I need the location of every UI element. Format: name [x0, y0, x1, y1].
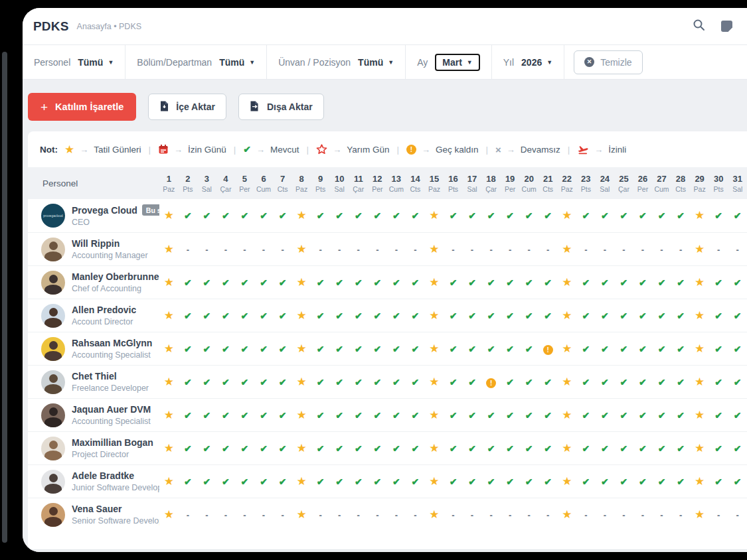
- attendance-cell-r2-d7[interactable]: -: [273, 244, 292, 255]
- attendance-cell-r1-d14[interactable]: ✔: [406, 210, 425, 222]
- attendance-cell-r9-d23[interactable]: ✔: [576, 476, 596, 488]
- attendance-cell-r6-d26[interactable]: ✔: [633, 376, 653, 388]
- attendance-cell-r9-d5[interactable]: ✔: [235, 476, 254, 488]
- attendance-cell-r3-d12[interactable]: ✔: [368, 277, 387, 289]
- attendance-cell-r10-d19[interactable]: -: [501, 509, 520, 521]
- attendance-cell-r1-d2[interactable]: ✔: [179, 210, 198, 222]
- attendance-cell-r10-d4[interactable]: -: [216, 509, 236, 521]
- attendance-cell-r8-d26[interactable]: ✔: [633, 443, 653, 455]
- person-cell[interactable]: Adele BradtkeJunior Software Develop: [28, 465, 159, 498]
- attendance-cell-r10-d15[interactable]: ★: [425, 509, 444, 521]
- attendance-cell-r7-d8[interactable]: ★: [292, 409, 311, 421]
- attendance-cell-r3-d16[interactable]: ✔: [444, 277, 463, 289]
- attendance-cell-r10-d11[interactable]: -: [349, 509, 368, 521]
- attendance-cell-r7-d15[interactable]: ★: [425, 409, 444, 421]
- attendance-cell-r1-d29[interactable]: ★: [690, 210, 709, 222]
- attendance-cell-r7-d2[interactable]: ✔: [179, 409, 198, 421]
- attendance-cell-r2-d11[interactable]: -: [349, 244, 368, 255]
- attendance-cell-r9-d24[interactable]: ✔: [596, 476, 615, 488]
- attendance-cell-r9-d31[interactable]: ✔: [728, 476, 747, 488]
- attendance-cell-r5-d23[interactable]: ✔: [576, 343, 596, 355]
- attendance-cell-r10-d7[interactable]: -: [273, 509, 292, 521]
- attendance-cell-r7-d30[interactable]: ✔: [709, 409, 728, 421]
- attendance-cell-r1-d20[interactable]: ✔: [519, 210, 539, 222]
- attendance-cell-r5-d14[interactable]: ✔: [406, 343, 425, 355]
- attendance-cell-r3-d2[interactable]: ✔: [179, 277, 198, 289]
- attendance-cell-r8-d30[interactable]: ✔: [709, 443, 728, 455]
- attendance-cell-r10-d27[interactable]: -: [652, 509, 671, 521]
- attendance-cell-r3-d25[interactable]: ✔: [614, 277, 633, 289]
- attendance-cell-r6-d7[interactable]: ✔: [273, 376, 292, 388]
- attendance-cell-r1-d26[interactable]: ✔: [633, 210, 653, 222]
- attendance-cell-r8-d12[interactable]: ✔: [368, 443, 387, 455]
- attendance-cell-r3-d23[interactable]: ✔: [576, 277, 596, 289]
- attendance-cell-r7-d23[interactable]: ✔: [576, 409, 596, 421]
- attendance-cell-r3-d24[interactable]: ✔: [596, 277, 615, 289]
- attendance-cell-r6-d23[interactable]: ✔: [576, 376, 596, 388]
- attendance-cell-r5-d6[interactable]: ✔: [254, 343, 274, 355]
- attendance-cell-r4-d17[interactable]: ✔: [463, 310, 482, 322]
- attendance-cell-r3-d11[interactable]: ✔: [349, 277, 368, 289]
- attendance-cell-r2-d17[interactable]: -: [463, 244, 482, 255]
- attendance-cell-r6-d3[interactable]: ✔: [197, 376, 216, 388]
- attendance-cell-r2-d27[interactable]: -: [652, 244, 671, 255]
- attendance-cell-r2-d8[interactable]: ★: [292, 244, 311, 255]
- attendance-cell-r8-d3[interactable]: ✔: [197, 443, 216, 455]
- attendance-cell-r7-d20[interactable]: ✔: [519, 409, 539, 421]
- attendance-cell-r4-d23[interactable]: ✔: [576, 310, 596, 322]
- person-cell[interactable]: Jaquan Auer DVMAccounting Specialist: [28, 399, 159, 431]
- attendance-cell-r10-d1[interactable]: ★: [159, 509, 179, 521]
- attendance-cell-r8-d7[interactable]: ✔: [273, 443, 292, 455]
- attendance-cell-r4-d29[interactable]: ★: [690, 310, 709, 322]
- attendance-cell-r5-d3[interactable]: ✔: [197, 343, 216, 355]
- attendance-cell-r7-d27[interactable]: ✔: [652, 409, 671, 421]
- attendance-cell-r2-d1[interactable]: ★: [159, 244, 179, 255]
- attendance-cell-r6-d31[interactable]: ✔: [728, 376, 747, 388]
- attendance-cell-r1-d10[interactable]: ✔: [330, 210, 349, 222]
- attendance-cell-r7-d21[interactable]: ✔: [539, 409, 558, 421]
- attendance-cell-r7-d5[interactable]: ✔: [235, 409, 254, 421]
- attendance-cell-r10-d2[interactable]: -: [179, 509, 198, 521]
- attendance-cell-r1-d7[interactable]: ✔: [273, 210, 292, 222]
- attendance-cell-r4-d12[interactable]: ✔: [368, 310, 387, 322]
- attendance-cell-r7-d9[interactable]: ✔: [311, 409, 330, 421]
- attendance-cell-r4-d1[interactable]: ★: [159, 310, 179, 322]
- attendance-cell-r10-d14[interactable]: -: [406, 509, 425, 521]
- attendance-cell-r8-d23[interactable]: ✔: [576, 443, 596, 455]
- attendance-cell-r2-d28[interactable]: -: [671, 244, 691, 255]
- attendance-cell-r5-d2[interactable]: ✔: [179, 343, 198, 355]
- attendance-cell-r5-d26[interactable]: ✔: [633, 343, 653, 355]
- attendance-cell-r2-d24[interactable]: -: [596, 244, 615, 255]
- attendance-cell-r1-d28[interactable]: ✔: [671, 210, 691, 222]
- filter-value-personel[interactable]: Tümü▼: [78, 57, 114, 68]
- clear-filters-button[interactable]: ✕ Temizle: [574, 50, 642, 74]
- attendance-cell-r6-d2[interactable]: ✔: [179, 376, 198, 388]
- attendance-cell-r6-d19[interactable]: ✔: [501, 376, 520, 388]
- attendance-cell-r5-d16[interactable]: ✔: [444, 343, 463, 355]
- attendance-cell-r3-d10[interactable]: ✔: [330, 277, 349, 289]
- attendance-cell-r8-d22[interactable]: ★: [558, 443, 577, 455]
- attendance-cell-r3-d7[interactable]: ✔: [273, 277, 292, 289]
- attendance-cell-r5-d22[interactable]: ★: [558, 343, 577, 355]
- attendance-cell-r9-d18[interactable]: ✔: [481, 476, 501, 488]
- attendance-cell-r1-d27[interactable]: ✔: [652, 210, 671, 222]
- attendance-cell-r3-d1[interactable]: ★: [159, 277, 179, 289]
- attendance-cell-r8-d21[interactable]: ✔: [539, 443, 558, 455]
- attendance-cell-r2-d6[interactable]: -: [254, 244, 274, 255]
- attendance-cell-r9-d17[interactable]: ✔: [463, 476, 482, 488]
- attendance-cell-r1-d24[interactable]: ✔: [596, 210, 615, 222]
- attendance-cell-r6-d22[interactable]: ★: [558, 376, 577, 388]
- attendance-cell-r5-d25[interactable]: ✔: [614, 343, 633, 355]
- attendance-cell-r1-d3[interactable]: ✔: [197, 210, 216, 222]
- attendance-cell-r9-d28[interactable]: ✔: [671, 476, 691, 488]
- attendance-cell-r1-d16[interactable]: ✔: [444, 210, 463, 222]
- person-cell[interactable]: Rahsaan McGlynnAccounting Specialist: [28, 332, 159, 365]
- attendance-cell-r4-d22[interactable]: ★: [558, 310, 577, 322]
- attendance-cell-r10-d18[interactable]: -: [481, 509, 501, 521]
- person-cell[interactable]: Maximillian BoganProject Director: [28, 432, 159, 464]
- attendance-cell-r4-d28[interactable]: ✔: [671, 310, 691, 322]
- attendance-cell-r3-d13[interactable]: ✔: [387, 277, 406, 289]
- attendance-cell-r7-d12[interactable]: ✔: [368, 409, 387, 421]
- attendance-cell-r2-d18[interactable]: -: [481, 244, 501, 255]
- attendance-cell-r2-d3[interactable]: -: [197, 244, 216, 255]
